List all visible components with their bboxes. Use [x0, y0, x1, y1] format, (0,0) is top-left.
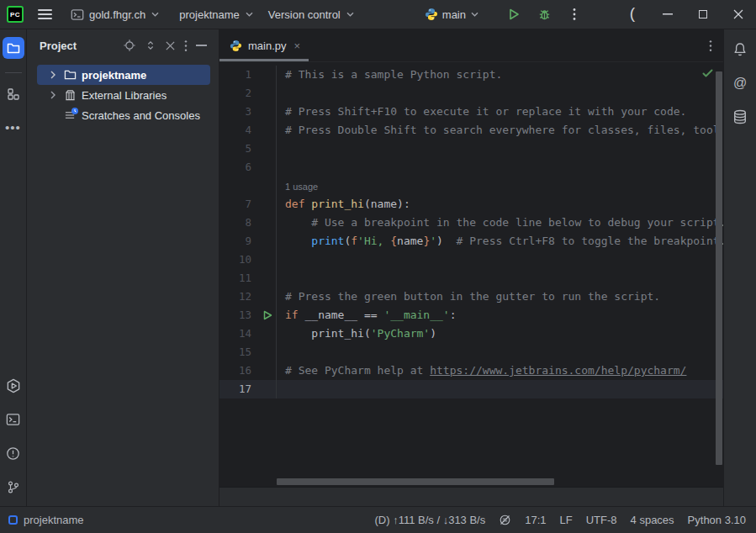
- project-tool-window-button[interactable]: [3, 37, 24, 59]
- run-line-gutter-icon[interactable]: [259, 310, 276, 320]
- gutter: 5: [219, 140, 277, 158]
- left-tool-stripe: •••: [0, 29, 27, 506]
- code-line[interactable]: 8 # Use a breakpoint in the code line be…: [219, 214, 723, 232]
- editor-area: main.py × 1# This is a sample Python scr…: [219, 29, 723, 506]
- code-line[interactable]: 14 print_hi('PyCharm'): [219, 325, 723, 343]
- code-line[interactable]: 7def print_hi(name):: [219, 195, 723, 214]
- chevron-down-icon: [471, 12, 478, 17]
- inlay-hint: 1 usage: [277, 177, 318, 195]
- line-separator-widget[interactable]: LF: [560, 514, 573, 526]
- code-text: [277, 343, 285, 361]
- tree-item-projektname[interactable]: projektname: [37, 65, 210, 85]
- structure-tool-window-button[interactable]: [3, 83, 24, 105]
- minimize-button[interactable]: [650, 0, 685, 29]
- run-tool-window-button[interactable]: [3, 375, 24, 397]
- problems-tool-window-button[interactable]: [3, 442, 24, 464]
- title-bar: PC gold.fhgr.ch projektname Version cont…: [0, 0, 756, 29]
- close-button[interactable]: [721, 0, 756, 29]
- line-number: 13: [219, 306, 259, 325]
- tab-main-py[interactable]: main.py ×: [219, 29, 309, 61]
- code-line[interactable]: 10: [219, 251, 723, 269]
- project-panel-header: Project: [27, 29, 219, 61]
- panel-options-kebab-icon[interactable]: [184, 40, 188, 52]
- code-line[interactable]: 2: [219, 84, 723, 103]
- horizontal-scrollbar-thumb[interactable]: [277, 478, 554, 485]
- inspections-eye-slash-icon[interactable]: [499, 514, 511, 526]
- git-tool-window-button[interactable]: [3, 476, 24, 498]
- chevron-down-icon: [151, 12, 159, 17]
- code-line[interactable]: 15: [219, 343, 723, 361]
- code-line[interactable]: 4# Press Double Shift to search everywhe…: [219, 121, 723, 140]
- gutter: [219, 177, 277, 195]
- gutter: 4: [219, 121, 277, 140]
- line-number: 15: [219, 343, 259, 361]
- tree-item-scratches[interactable]: Scratches and Consoles: [27, 105, 219, 125]
- code-editor[interactable]: 1# This is a sample Python script.23# Pr…: [219, 62, 723, 487]
- run-button[interactable]: [502, 3, 526, 25]
- tab-label: main.py: [248, 40, 287, 52]
- network-speed-widget[interactable]: (D) ↑111 B/s / ↓313 B/s: [375, 514, 486, 526]
- ai-assistant-icon[interactable]: @: [729, 72, 751, 94]
- line-number: 12: [219, 288, 259, 306]
- code-link[interactable]: https://www.jetbrains.com/help/pycharm/: [430, 364, 686, 377]
- code-line[interactable]: 3# Press Shift+F10 to execute it or repl…: [219, 103, 723, 121]
- code-text: [277, 84, 285, 103]
- code-text: # See PyCharm help at https://www.jetbra…: [277, 361, 686, 380]
- encoding-widget[interactable]: UTF-8: [586, 514, 617, 526]
- maximize-button[interactable]: [685, 0, 721, 29]
- tab-bar: main.py ×: [219, 29, 723, 62]
- tree-item-external-libraries[interactable]: External Libraries: [27, 85, 219, 105]
- inlay-hint-row[interactable]: 1 usage: [219, 177, 723, 195]
- debug-button[interactable]: [532, 3, 556, 25]
- python-file-icon: [230, 40, 242, 52]
- project-tree: projektname External Libraries: [27, 61, 219, 125]
- code-line[interactable]: 1# This is a sample Python script.: [219, 66, 723, 84]
- vcs-widget[interactable]: Version control: [263, 5, 359, 24]
- inspections-ok-icon[interactable]: [702, 69, 713, 78]
- chevron-down-icon: [346, 12, 354, 17]
- code-line[interactable]: 17: [219, 380, 723, 398]
- code-line[interactable]: 5: [219, 140, 723, 158]
- code-line[interactable]: 6: [219, 158, 723, 177]
- indent-widget[interactable]: 4 spaces: [631, 514, 674, 526]
- host-label: gold.fhgr.ch: [89, 8, 145, 21]
- expand-all-icon[interactable]: [145, 39, 156, 52]
- collapse-all-icon[interactable]: [165, 40, 176, 51]
- code-line[interactable]: 12# Press the green button in the gutter…: [219, 288, 723, 306]
- terminal-tool-window-button[interactable]: [3, 409, 24, 430]
- code-text: [277, 140, 285, 158]
- line-number: 4: [219, 121, 259, 140]
- status-bar: projektname (D) ↑111 B/s / ↓313 B/s 17:1…: [0, 506, 756, 533]
- gutter: 12: [219, 288, 277, 306]
- caret-position-widget[interactable]: 17:1: [525, 514, 546, 526]
- gutter: 6: [219, 158, 277, 177]
- chevron-down-icon: [246, 12, 253, 17]
- run-configuration-selector[interactable]: main: [420, 4, 484, 24]
- select-opened-file-icon[interactable]: [123, 39, 136, 52]
- code-line[interactable]: 9 print(f'Hi, {name}') # Press Ctrl+F8 t…: [219, 232, 723, 251]
- hide-panel-icon[interactable]: [196, 45, 207, 47]
- chevron-right-icon[interactable]: [47, 91, 59, 99]
- host-selector[interactable]: gold.fhgr.ch: [66, 5, 164, 24]
- code-line[interactable]: 11: [219, 269, 723, 288]
- code-line[interactable]: 16# See PyCharm help at https://www.jetb…: [219, 361, 723, 380]
- code-line[interactable]: 13if __name__ == '__main__':: [219, 306, 723, 325]
- more-actions-kebab-icon[interactable]: [563, 3, 586, 25]
- database-icon[interactable]: [729, 106, 751, 128]
- editor-options-kebab-icon[interactable]: [709, 40, 712, 52]
- pycharm-logo-icon: PC: [7, 6, 24, 23]
- chevron-right-icon[interactable]: [47, 71, 59, 79]
- more-tool-windows-button[interactable]: •••: [3, 117, 24, 139]
- notifications-bell-icon[interactable]: [729, 39, 751, 61]
- run-configuration-label: main: [442, 8, 466, 21]
- stripe-divider: [5, 72, 22, 73]
- code-text: print(f'Hi, {name}') # Press Ctrl+F8 to …: [277, 232, 723, 251]
- interpreter-widget[interactable]: Python 3.10: [688, 514, 746, 526]
- gutter: 9: [219, 232, 277, 251]
- main-menu-icon[interactable]: [38, 9, 52, 19]
- project-selector[interactable]: projektname: [174, 5, 258, 24]
- tab-close-icon[interactable]: ×: [294, 40, 301, 52]
- gutter: 2: [219, 84, 277, 103]
- crescent-icon[interactable]: (: [615, 0, 650, 29]
- vertical-scrollbar-thumb[interactable]: [716, 71, 722, 465]
